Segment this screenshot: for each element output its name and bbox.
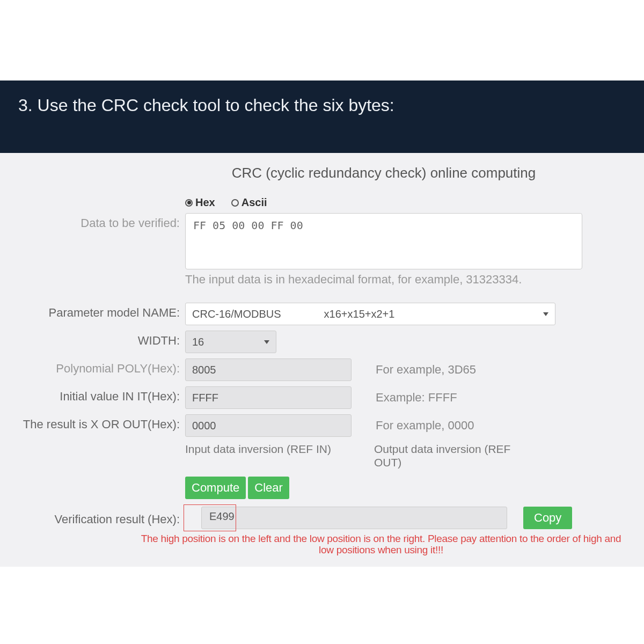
refin-label: Input data inversion (REF IN)	[185, 442, 331, 469]
result-output[interactable]: E499	[201, 507, 507, 529]
radio-ascii-label: Ascii	[241, 196, 267, 209]
data-label: Data to be verified:	[16, 213, 185, 230]
data-input[interactable]	[185, 213, 582, 269]
copy-button[interactable]: Copy	[523, 507, 572, 529]
byte-order-warning: The high position is on the left and the…	[16, 532, 628, 556]
step-title: 3. Use the CRC check tool to check the s…	[18, 96, 626, 115]
crc-tool-panel: CRC (cyclic redundancy check) online com…	[0, 153, 644, 567]
poly-value: 8005	[192, 364, 216, 376]
init-label: Initial value IN IT(Hex):	[16, 386, 185, 404]
clear-button[interactable]: Clear	[248, 477, 289, 499]
model-name: CRC-16/MODBUS	[192, 308, 281, 320]
radio-hex[interactable]: Hex	[185, 196, 215, 209]
init-input[interactable]: FFFF	[185, 386, 352, 409]
xorout-example: For example, 0000	[376, 419, 474, 433]
poly-input[interactable]: 8005	[185, 358, 352, 381]
result-label: Verification result (Hex):	[16, 509, 185, 526]
instruction-header: 3. Use the CRC check tool to check the s…	[0, 80, 644, 153]
result-value: E499	[209, 510, 235, 522]
radio-dot-icon	[231, 199, 239, 207]
init-example: Example: FFFF	[376, 391, 457, 405]
model-label: Parameter model NAME:	[16, 303, 185, 320]
format-radio-group: Hex Ascii	[16, 196, 628, 209]
width-label: WIDTH:	[16, 331, 185, 348]
refout-label: Output data inversion (REF OUT)	[374, 442, 524, 469]
chevron-down-icon	[543, 312, 548, 316]
poly-example: For example, 3D65	[376, 363, 476, 377]
width-value: 16	[192, 336, 204, 348]
radio-ascii[interactable]: Ascii	[231, 196, 267, 209]
radio-dot-icon	[185, 199, 193, 207]
init-value: FFFF	[192, 392, 218, 404]
xorout-value: 0000	[192, 420, 216, 432]
compute-button[interactable]: Compute	[185, 477, 246, 499]
model-polytext: x16+x15+x2+1	[324, 308, 395, 320]
model-select[interactable]: CRC-16/MODBUS x16+x15+x2+1	[185, 303, 555, 325]
chevron-down-icon	[264, 340, 269, 344]
data-hint: The input data is in hexadecimal format,…	[16, 273, 628, 287]
panel-title: CRC (cyclic redundancy check) online com…	[16, 165, 628, 181]
radio-hex-label: Hex	[195, 196, 215, 209]
xorout-input[interactable]: 0000	[185, 414, 352, 437]
width-select[interactable]: 16	[185, 331, 276, 353]
xorout-label: The result is X OR OUT(Hex):	[16, 414, 185, 431]
poly-label: Polynomial POLY(Hex):	[16, 358, 185, 376]
inversion-row: Input data inversion (REF IN) Output dat…	[16, 442, 628, 469]
